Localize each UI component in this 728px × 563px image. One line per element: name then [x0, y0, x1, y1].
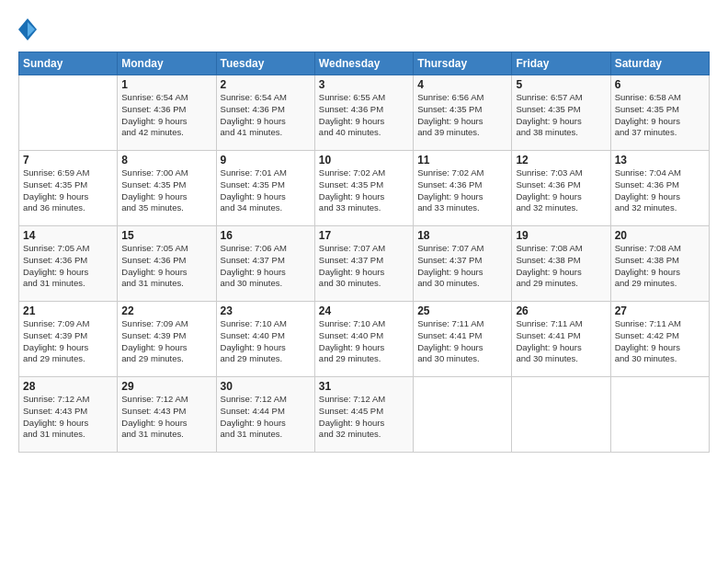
day-number: 17	[319, 229, 409, 242]
day-info: Sunrise: 6:58 AM Sunset: 4:35 PM Dayligh…	[615, 92, 705, 139]
day-info: Sunrise: 7:11 AM Sunset: 4:41 PM Dayligh…	[417, 318, 507, 365]
calendar-week-1: 7Sunrise: 6:59 AM Sunset: 4:35 PM Daylig…	[19, 151, 710, 226]
calendar-cell: 24Sunrise: 7:10 AM Sunset: 4:40 PM Dayli…	[314, 302, 413, 377]
day-info: Sunrise: 7:08 AM Sunset: 4:38 PM Dayligh…	[516, 243, 606, 290]
day-info: Sunrise: 7:12 AM Sunset: 4:44 PM Dayligh…	[221, 394, 311, 441]
calendar-header-thursday: Thursday	[414, 52, 512, 75]
day-info: Sunrise: 6:57 AM Sunset: 4:35 PM Dayligh…	[516, 92, 606, 139]
logo-icon	[18, 17, 37, 42]
page: SundayMondayTuesdayWednesdayThursdayFrid…	[0, 0, 728, 563]
day-number: 28	[23, 380, 113, 393]
calendar-header-friday: Friday	[512, 52, 610, 75]
day-number: 31	[319, 380, 409, 393]
calendar-week-3: 21Sunrise: 7:09 AM Sunset: 4:39 PM Dayli…	[19, 302, 710, 377]
calendar-cell: 8Sunrise: 7:00 AM Sunset: 4:35 PM Daylig…	[118, 151, 216, 226]
day-info: Sunrise: 7:10 AM Sunset: 4:40 PM Dayligh…	[221, 318, 311, 365]
day-number: 21	[23, 304, 113, 317]
day-number: 20	[615, 229, 705, 242]
calendar-cell: 11Sunrise: 7:02 AM Sunset: 4:36 PM Dayli…	[414, 151, 512, 226]
day-number: 27	[615, 304, 705, 317]
day-number: 11	[417, 154, 507, 167]
day-number: 25	[417, 304, 507, 317]
calendar-cell: 14Sunrise: 7:05 AM Sunset: 4:36 PM Dayli…	[19, 226, 118, 302]
calendar-week-4: 28Sunrise: 7:12 AM Sunset: 4:43 PM Dayli…	[19, 377, 710, 453]
day-number: 29	[121, 380, 211, 393]
day-number: 10	[319, 154, 409, 167]
day-number: 8	[121, 154, 211, 167]
day-info: Sunrise: 7:03 AM Sunset: 4:36 PM Dayligh…	[516, 167, 606, 214]
day-number: 3	[319, 78, 409, 91]
day-number: 6	[615, 78, 705, 91]
day-number: 14	[23, 229, 113, 242]
day-info: Sunrise: 7:07 AM Sunset: 4:37 PM Dayligh…	[417, 243, 507, 290]
day-info: Sunrise: 6:59 AM Sunset: 4:35 PM Dayligh…	[23, 167, 113, 214]
day-number: 7	[23, 154, 113, 167]
calendar-cell: 4Sunrise: 6:56 AM Sunset: 4:35 PM Daylig…	[414, 75, 512, 151]
day-info: Sunrise: 7:05 AM Sunset: 4:36 PM Dayligh…	[121, 243, 211, 290]
day-info: Sunrise: 7:10 AM Sunset: 4:40 PM Dayligh…	[319, 318, 409, 365]
day-info: Sunrise: 7:12 AM Sunset: 4:43 PM Dayligh…	[121, 394, 211, 441]
day-info: Sunrise: 7:11 AM Sunset: 4:42 PM Dayligh…	[615, 318, 705, 365]
day-info: Sunrise: 7:02 AM Sunset: 4:35 PM Dayligh…	[319, 167, 409, 214]
calendar-cell: 15Sunrise: 7:05 AM Sunset: 4:36 PM Dayli…	[118, 226, 216, 302]
day-info: Sunrise: 7:04 AM Sunset: 4:36 PM Dayligh…	[615, 167, 705, 214]
calendar-cell: 17Sunrise: 7:07 AM Sunset: 4:37 PM Dayli…	[314, 226, 413, 302]
day-info: Sunrise: 7:11 AM Sunset: 4:41 PM Dayligh…	[516, 318, 606, 365]
calendar-cell: 21Sunrise: 7:09 AM Sunset: 4:39 PM Dayli…	[19, 302, 118, 377]
calendar-header-wednesday: Wednesday	[314, 52, 413, 75]
calendar-cell: 3Sunrise: 6:55 AM Sunset: 4:36 PM Daylig…	[314, 75, 413, 151]
calendar-cell	[19, 75, 118, 151]
logo	[18, 17, 40, 42]
day-number: 24	[319, 304, 409, 317]
day-info: Sunrise: 6:56 AM Sunset: 4:35 PM Dayligh…	[417, 92, 507, 139]
day-number: 22	[121, 304, 211, 317]
day-info: Sunrise: 6:54 AM Sunset: 4:36 PM Dayligh…	[221, 92, 311, 139]
day-number: 23	[221, 304, 311, 317]
calendar-cell	[512, 377, 610, 453]
day-info: Sunrise: 7:12 AM Sunset: 4:45 PM Dayligh…	[319, 394, 409, 441]
calendar-cell: 1Sunrise: 6:54 AM Sunset: 4:36 PM Daylig…	[118, 75, 216, 151]
day-info: Sunrise: 7:12 AM Sunset: 4:43 PM Dayligh…	[23, 394, 113, 441]
day-number: 18	[417, 229, 507, 242]
header	[18, 17, 710, 42]
day-number: 26	[516, 304, 606, 317]
day-info: Sunrise: 7:07 AM Sunset: 4:37 PM Dayligh…	[319, 243, 409, 290]
calendar-cell: 5Sunrise: 6:57 AM Sunset: 4:35 PM Daylig…	[512, 75, 610, 151]
calendar-cell: 12Sunrise: 7:03 AM Sunset: 4:36 PM Dayli…	[512, 151, 610, 226]
day-info: Sunrise: 7:06 AM Sunset: 4:37 PM Dayligh…	[221, 243, 311, 290]
calendar-cell: 10Sunrise: 7:02 AM Sunset: 4:35 PM Dayli…	[314, 151, 413, 226]
day-info: Sunrise: 7:09 AM Sunset: 4:39 PM Dayligh…	[121, 318, 211, 365]
calendar-week-2: 14Sunrise: 7:05 AM Sunset: 4:36 PM Dayli…	[19, 226, 710, 302]
calendar-cell: 25Sunrise: 7:11 AM Sunset: 4:41 PM Dayli…	[414, 302, 512, 377]
calendar-cell: 13Sunrise: 7:04 AM Sunset: 4:36 PM Dayli…	[610, 151, 709, 226]
day-info: Sunrise: 7:09 AM Sunset: 4:39 PM Dayligh…	[23, 318, 113, 365]
calendar-cell: 7Sunrise: 6:59 AM Sunset: 4:35 PM Daylig…	[19, 151, 118, 226]
calendar-cell: 30Sunrise: 7:12 AM Sunset: 4:44 PM Dayli…	[216, 377, 314, 453]
calendar-cell: 23Sunrise: 7:10 AM Sunset: 4:40 PM Dayli…	[216, 302, 314, 377]
calendar-header-row: SundayMondayTuesdayWednesdayThursdayFrid…	[19, 52, 710, 75]
calendar-week-0: 1Sunrise: 6:54 AM Sunset: 4:36 PM Daylig…	[19, 75, 710, 151]
calendar-cell: 20Sunrise: 7:08 AM Sunset: 4:38 PM Dayli…	[610, 226, 709, 302]
day-info: Sunrise: 6:55 AM Sunset: 4:36 PM Dayligh…	[319, 92, 409, 139]
day-number: 1	[121, 78, 211, 91]
day-number: 5	[516, 78, 606, 91]
calendar-cell: 19Sunrise: 7:08 AM Sunset: 4:38 PM Dayli…	[512, 226, 610, 302]
calendar-header-tuesday: Tuesday	[216, 52, 314, 75]
calendar-cell: 26Sunrise: 7:11 AM Sunset: 4:41 PM Dayli…	[512, 302, 610, 377]
calendar-cell	[414, 377, 512, 453]
calendar-cell: 22Sunrise: 7:09 AM Sunset: 4:39 PM Dayli…	[118, 302, 216, 377]
day-number: 15	[121, 229, 211, 242]
calendar-cell: 29Sunrise: 7:12 AM Sunset: 4:43 PM Dayli…	[118, 377, 216, 453]
calendar-cell: 27Sunrise: 7:11 AM Sunset: 4:42 PM Dayli…	[610, 302, 709, 377]
day-info: Sunrise: 7:08 AM Sunset: 4:38 PM Dayligh…	[615, 243, 705, 290]
day-info: Sunrise: 6:54 AM Sunset: 4:36 PM Dayligh…	[121, 92, 211, 139]
day-number: 16	[221, 229, 311, 242]
day-info: Sunrise: 7:01 AM Sunset: 4:35 PM Dayligh…	[221, 167, 311, 214]
calendar: SundayMondayTuesdayWednesdayThursdayFrid…	[18, 52, 710, 453]
day-number: 12	[516, 154, 606, 167]
calendar-header-saturday: Saturday	[610, 52, 709, 75]
day-number: 30	[221, 380, 311, 393]
day-info: Sunrise: 7:02 AM Sunset: 4:36 PM Dayligh…	[417, 167, 507, 214]
calendar-cell: 16Sunrise: 7:06 AM Sunset: 4:37 PM Dayli…	[216, 226, 314, 302]
calendar-cell: 6Sunrise: 6:58 AM Sunset: 4:35 PM Daylig…	[610, 75, 709, 151]
